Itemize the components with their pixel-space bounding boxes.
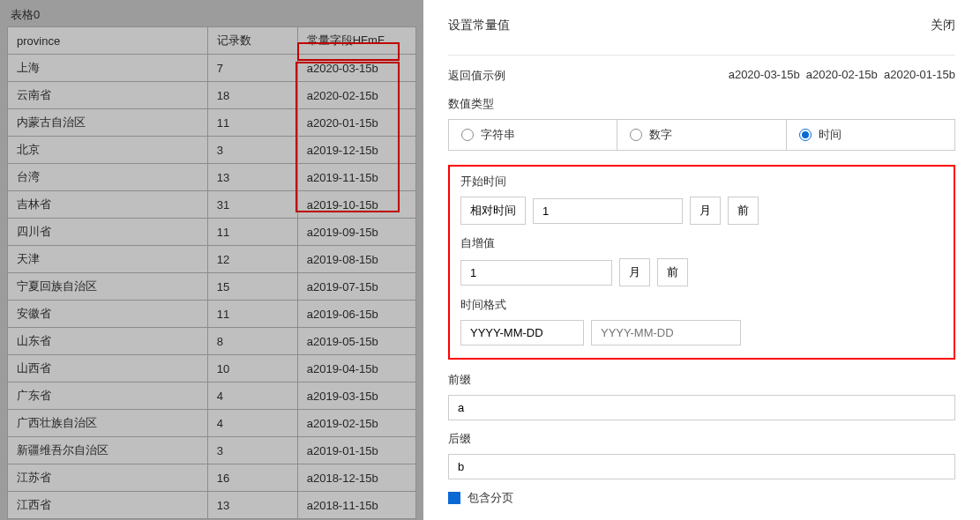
prefix-input[interactable] [448,395,955,420]
col-constant[interactable]: 常量字段HFmF [297,27,415,55]
table-row[interactable]: 江苏省16a2018-12-15b [8,464,416,492]
table-cell: 12 [207,246,297,273]
table-cell: 广西壮族自治区 [8,410,208,437]
table-cell: 山东省 [8,328,208,355]
table-cell: 四川省 [8,219,208,246]
increment-value-input[interactable] [460,260,612,286]
time-config-box: 开始时间 相对时间 月 前 自增值 月 前 时间格式 [448,165,955,360]
increment-unit-button[interactable]: 月 [619,258,650,286]
table-row[interactable]: 内蒙古自治区11a2020-01-15b [8,109,416,137]
table-panel: 表格0 province 记录数 常量字段HFmF 上海7a2020-03-15… [0,0,423,520]
table-row[interactable]: 台湾13a2019-11-15b [8,164,416,191]
table-cell: a2020-02-15b [297,82,415,109]
table-row[interactable]: 天津12a2019-08-15b [8,246,416,273]
example-value: a2020-03-15b a2020-02-15b a2020-01-15b [729,68,955,84]
data-table: province 记录数 常量字段HFmF 上海7a2020-03-15b云南省… [7,26,416,519]
table-row[interactable]: 新疆维吾尔自治区3a2019-01-15b [8,437,416,464]
table-cell: a2019-04-15b [297,355,415,383]
start-value-input[interactable] [533,198,683,224]
radio-number-label: 数字 [649,127,672,143]
increment-direction-button[interactable]: 前 [657,258,688,286]
radio-string-label: 字符串 [481,127,515,143]
table-cell: 4 [207,410,297,437]
table-row[interactable]: 宁夏回族自治区15a2019-07-15b [8,273,416,301]
table-cell: 台湾 [8,164,208,191]
table-row[interactable]: 山西省10a2019-04-15b [8,355,416,383]
table-cell: a2019-12-15b [297,137,415,164]
table-cell: 吉林省 [8,191,208,219]
col-province[interactable]: province [8,27,208,55]
table-cell: a2019-08-15b [297,246,415,273]
pagination-checkbox[interactable]: 包含分页 [448,490,955,506]
table-row[interactable]: 吉林省31a2019-10-15b [8,191,416,219]
table-cell: 8 [207,328,297,355]
radio-number[interactable]: 数字 [617,120,786,150]
start-direction-button[interactable]: 前 [728,197,759,225]
table-row[interactable]: 江西省13a2018-11-15b [8,492,416,519]
table-row[interactable]: 云南省18a2020-02-15b [8,82,416,109]
table-row[interactable]: 四川省11a2019-09-15b [8,219,416,246]
radio-icon [630,129,642,141]
example-label: 返回值示例 [448,68,505,84]
suffix-input[interactable] [448,454,955,479]
increment-label: 自增值 [460,235,943,251]
format-input-2[interactable] [591,320,741,345]
table-cell: 江苏省 [8,464,208,492]
table-row[interactable]: 北京3a2019-12-15b [8,137,416,164]
type-label: 数值类型 [448,96,955,112]
table-row[interactable]: 广西壮族自治区4a2019-02-15b [8,410,416,437]
table-cell: 3 [207,137,297,164]
table-cell: 江西省 [8,492,208,519]
table-cell: a2019-02-15b [297,410,415,437]
table-cell: a2020-01-15b [297,109,415,137]
radio-string[interactable]: 字符串 [449,120,617,150]
table-cell: 天津 [8,246,208,273]
col-count[interactable]: 记录数 [207,27,297,55]
table-cell: a2019-10-15b [297,191,415,219]
start-unit-button[interactable]: 月 [690,197,721,225]
table-cell: 山西省 [8,355,208,383]
divider [448,55,955,56]
table-cell: 18 [207,82,297,109]
table-cell: 11 [207,219,297,246]
table-cell: 广东省 [8,383,208,410]
table-cell: 安徽省 [8,301,208,328]
relative-time-button[interactable]: 相对时间 [460,197,526,225]
table-cell: 7 [207,55,297,82]
table-row[interactable]: 山东省8a2019-05-15b [8,328,416,355]
format-input-1[interactable] [460,320,584,345]
radio-icon [461,129,474,141]
table-row[interactable]: 安徽省11a2019-06-15b [8,301,416,328]
table-cell: 15 [207,273,297,301]
type-radio-group: 字符串 数字 时间 [448,119,955,151]
radio-icon [799,129,812,141]
table-header-row: province 记录数 常量字段HFmF [8,27,416,55]
radio-time[interactable]: 时间 [787,120,954,150]
format-label: 时间格式 [460,297,943,313]
table-title: 表格0 [7,7,416,23]
table-cell: 13 [207,492,297,519]
table-cell: 11 [207,301,297,328]
table-cell: a2019-11-15b [297,164,415,191]
prefix-label: 前缀 [448,372,955,388]
radio-time-label: 时间 [819,127,842,143]
table-cell: 云南省 [8,82,208,109]
table-cell: 13 [207,164,297,191]
table-cell: 4 [207,383,297,410]
table-cell: 上海 [8,55,208,82]
close-button[interactable]: 关闭 [931,18,955,33]
table-cell: 内蒙古自治区 [8,109,208,137]
table-row[interactable]: 上海7a2020-03-15b [8,55,416,82]
table-cell: 3 [207,437,297,464]
checkbox-icon [448,492,460,504]
table-cell: a2019-09-15b [297,219,415,246]
table-cell: 11 [207,109,297,137]
table-cell: 宁夏回族自治区 [8,273,208,301]
table-cell: a2018-12-15b [297,464,415,492]
table-wrapper: province 记录数 常量字段HFmF 上海7a2020-03-15b云南省… [7,26,416,519]
suffix-label: 后缀 [448,431,955,447]
pagination-label: 包含分页 [468,490,513,506]
table-cell: a2019-05-15b [297,328,415,355]
table-cell: 10 [207,355,297,383]
table-row[interactable]: 广东省4a2019-03-15b [8,383,416,410]
